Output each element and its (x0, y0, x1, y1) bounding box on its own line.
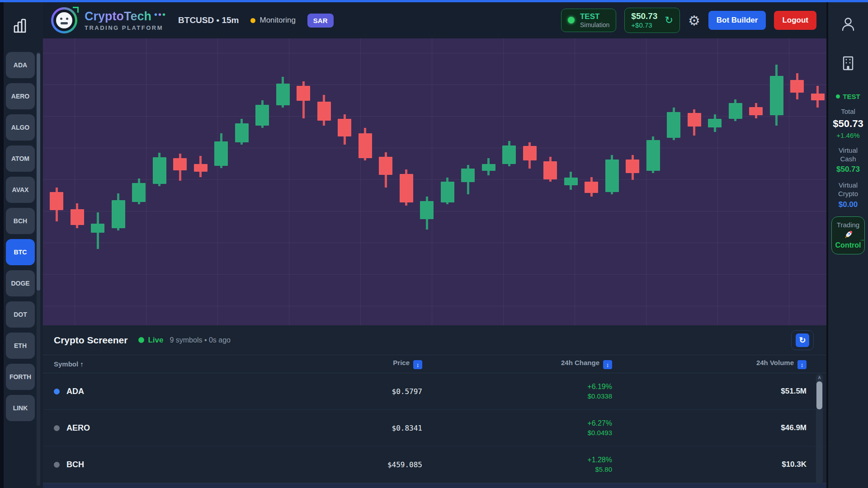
sidebar-item-link[interactable]: LINK (6, 395, 35, 421)
column-symbol[interactable]: Symbol ↑ (54, 360, 189, 368)
bar-chart-nav-icon[interactable] (12, 17, 30, 35)
trading-control-button[interactable]: Trading Control → (831, 216, 865, 254)
table-row-aero[interactable]: AERO$0.8341+6.27%$0.0493$46.9M (43, 410, 826, 446)
table-row-ada[interactable]: ADA$0.5797+6.19%$0.0338$51.5M (43, 373, 826, 410)
volume-cell: $10.3K (612, 460, 807, 469)
test-dot-icon (836, 94, 840, 99)
candle-36-bullish (770, 76, 783, 115)
sidebar-item-aero[interactable]: AERO (6, 83, 35, 109)
candle-21-bullish (461, 169, 475, 182)
table-row-bch[interactable]: BCH$459.085+1.28%$5.80$10.3K (43, 446, 826, 483)
candle-27-bearish (585, 182, 598, 193)
column-price[interactable]: Price↕ (189, 359, 422, 370)
screener-meta: 9 symbols • 0s ago (170, 336, 231, 344)
candle-33-bullish (708, 119, 722, 127)
symbol-timeframe: BTCUSD • 15m (178, 15, 239, 25)
strategy-badge[interactable]: SAR (307, 14, 334, 28)
brand-dots-icon: ••• (154, 9, 166, 19)
total-change: +1.46% (828, 131, 868, 139)
total-value: $50.73 (828, 118, 868, 130)
sort-toggle-icon[interactable]: ↕ (413, 360, 422, 369)
column-change[interactable]: 24h Change↕ (422, 359, 612, 370)
candle-18-bearish (400, 174, 413, 202)
candle-16-bearish (359, 133, 372, 158)
sidebar-item-avax[interactable]: AVAX (6, 177, 35, 203)
sidebar-item-btc[interactable]: BTC (6, 239, 35, 265)
sidebar-item-bch[interactable]: BCH (6, 208, 35, 234)
balance-amount: $50.73 (631, 11, 657, 21)
candle-15-bearish (338, 119, 351, 136)
candlestick-chart[interactable] (43, 38, 826, 325)
sort-asc-icon: ↑ (80, 360, 84, 368)
candle-3-bullish (91, 224, 104, 233)
change-pct: +6.27% (422, 419, 612, 427)
test-simulation-button[interactable]: TEST Simulation (561, 9, 616, 32)
sidebar-item-eth[interactable]: ETH (6, 333, 35, 359)
refresh-balance-icon[interactable]: ↻ (665, 14, 673, 26)
virtual-crypto-label: Virtual Crypto (835, 181, 862, 198)
candle-13-bearish (297, 86, 310, 101)
change-pct: +6.19% (422, 383, 612, 391)
logout-button[interactable]: Logout (774, 11, 816, 30)
candle-29-bearish (626, 160, 639, 173)
change-amt: $0.0338 (422, 392, 612, 400)
screener-title: Crypto Screener (54, 335, 127, 346)
sidebar-item-ada[interactable]: ADA (6, 52, 35, 78)
coin-list: ADAAEROALGOATOMAVAXBCHBTCDOGEDOTETHFORTH… (6, 52, 36, 426)
sidebar-item-algo[interactable]: ALGO (6, 114, 35, 141)
exchange-building-icon[interactable] (828, 55, 868, 72)
balance-pill[interactable]: $50.73 +$0.73 ↻ (624, 8, 680, 33)
profile-icon[interactable] (828, 16, 868, 33)
candle-31-bullish (667, 112, 680, 138)
symbol-dot-icon (54, 389, 60, 394)
refresh-icon: ↻ (796, 333, 809, 347)
table-scrollbar[interactable]: ∧ (816, 374, 823, 484)
virtual-cash-value: $50.73 (828, 165, 868, 174)
sort-toggle-icon[interactable]: ↕ (797, 360, 807, 369)
screener-refresh-button[interactable]: ↻ (791, 330, 814, 350)
virtual-cash-label: Virtual Cash (835, 146, 862, 164)
app-tagline: TRADING PLATFORM (85, 24, 166, 31)
right-sidebar: TEST Total $50.73 +1.46% Virtual Cash $5… (826, 2, 868, 488)
sidebar-item-dot[interactable]: DOT (6, 301, 35, 328)
scroll-up-icon[interactable]: ∧ (816, 375, 823, 380)
candle-7-bearish (173, 158, 187, 170)
change-amt: $0.0493 (422, 429, 612, 436)
table-scrollbar-thumb[interactable] (816, 381, 822, 409)
candle-10-bullish (235, 123, 249, 142)
table-row-partial[interactable] (43, 483, 826, 488)
sort-toggle-icon[interactable]: ↕ (603, 360, 612, 369)
symbol-dot-icon (54, 462, 60, 468)
candle-9-bullish (214, 141, 228, 166)
bot-builder-button[interactable]: Bot Builder (708, 11, 766, 30)
candle-19-bullish (420, 201, 434, 219)
symbol-dot-icon (54, 425, 60, 431)
candle-32-bearish (688, 113, 701, 127)
volume-cell: $51.5M (612, 387, 807, 396)
sidebar-scrollbar-thumb[interactable] (37, 53, 40, 291)
candle-17-bearish (379, 157, 392, 175)
candle-5-bullish (132, 183, 146, 202)
app-title: CryptoTech (85, 10, 151, 23)
sidebar-item-doge[interactable]: DOGE (6, 270, 35, 296)
mode-sublabel: Simulation (580, 21, 609, 28)
mode-label: TEST (580, 12, 609, 21)
live-label: Live (148, 336, 163, 345)
candle-8-bearish (194, 164, 208, 172)
candle-11-bullish (255, 105, 269, 126)
monitoring-label: Monitoring (259, 16, 295, 25)
sidebar-item-atom[interactable]: ATOM (6, 145, 35, 172)
candle-37-bearish (790, 80, 804, 93)
candle-23-bullish (502, 145, 516, 164)
candle-4-bullish (112, 200, 125, 228)
candle-12-bullish (276, 84, 290, 105)
monitoring-dot-icon (250, 18, 255, 23)
settings-gear-icon[interactable]: ⚙ (688, 13, 700, 28)
account-mode-status: TEST (828, 93, 868, 100)
sidebar-item-forth[interactable]: FORTH (6, 364, 35, 390)
table-body: ADA$0.5797+6.19%$0.0338$51.5MAERO$0.8341… (43, 373, 826, 483)
sidebar-scrollbar[interactable] (37, 52, 40, 486)
column-volume[interactable]: 24h Volume↕ (612, 359, 807, 370)
price-cell: $0.8341 (189, 424, 422, 432)
symbol-label: ADA (66, 387, 84, 396)
